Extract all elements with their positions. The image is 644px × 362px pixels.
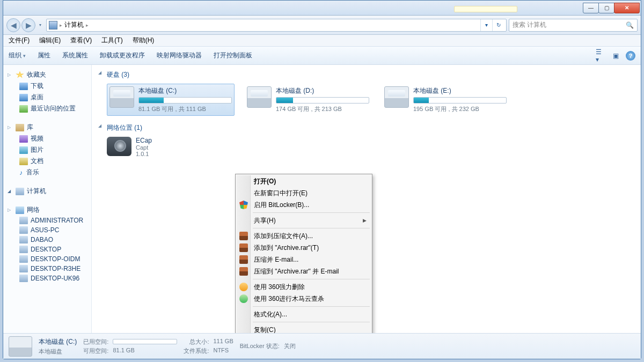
properties-button[interactable]: 属性 [38, 51, 50, 60]
tooltip-ghost [454, 6, 517, 12]
network-node[interactable]: DABAO [5, 235, 89, 245]
downloads-icon [19, 83, 28, 90]
sidebar-item-recent[interactable]: 最近访问的位置 [5, 103, 89, 114]
music-icon: ♪ [19, 169, 23, 176]
drive-e[interactable]: 本地磁盘 (E:) 195 GB 可用 , 共 232 GB [382, 84, 509, 116]
network-node[interactable]: ASUS-PC [5, 225, 89, 235]
category-network[interactable]: 网络位置 (1) [97, 121, 635, 135]
back-button[interactable]: ◀ [6, 18, 20, 32]
breadcrumb-sep: ▸ [60, 23, 62, 28]
recent-icon [19, 105, 28, 113]
drive-usage-text: 195 GB 可用 , 共 232 GB [413, 105, 507, 113]
history-dropdown[interactable]: ▾ [36, 18, 44, 32]
drive-c[interactable]: 本地磁盘 (C:) 81.1 GB 可用 , 共 111 GB [107, 84, 235, 116]
drive-icon [9, 336, 32, 357]
maximize-button[interactable]: ▢ [598, 3, 614, 13]
sidebar-item-videos[interactable]: 视频 [5, 133, 89, 144]
window-controls: — ▢ ✕ [583, 3, 640, 13]
menu-tools[interactable]: 工具(T) [101, 36, 122, 45]
drive-icon [384, 86, 409, 108]
navigation-bar: ◀ ▶ ▾ ▸ 计算机 ▸ ▾ ↻ 搜索 计算机 🔍 [3, 16, 641, 35]
drive-name: 本地磁盘 (C:) [138, 86, 232, 95]
ctx-copy[interactable]: 复制(C) [237, 324, 371, 333]
menu-help[interactable]: 帮助(H) [133, 36, 155, 45]
menu-edit[interactable]: 编辑(E) [39, 36, 61, 45]
ctx-separator [253, 212, 370, 213]
system-properties-button[interactable]: 系统属性 [62, 51, 88, 60]
ctx-compress-email[interactable]: 压缩并 E-mail... [237, 254, 371, 265]
help-icon[interactable]: ? [626, 51, 635, 61]
total-size-value: 111 GB [213, 338, 233, 346]
drive-usage-bar [413, 97, 507, 104]
menu-file[interactable]: 文件(F) [9, 36, 30, 45]
pc-icon [19, 236, 28, 243]
address-bar[interactable]: ▸ 计算机 ▸ ▾ ↻ [46, 19, 507, 32]
explorer-window: — ▢ ✕ ◀ ▶ ▾ ▸ 计算机 ▸ ▾ ↻ 搜索 计算机 🔍 文件(F) [3, 0, 641, 359]
ctx-360-delete[interactable]: 使用 360强力删除 [237, 281, 371, 293]
category-drives[interactable]: 硬盘 (3) [97, 68, 635, 82]
context-menu: 打开(O) 在新窗口中打开(E) 启用 BitLocker(B)... 共享(H… [235, 174, 372, 333]
sidebar-item-downloads[interactable]: 下载 [5, 80, 89, 92]
view-mode-icon[interactable]: ☰ ▾ [596, 51, 605, 61]
content-pane: 硬盘 (3) 本地磁盘 (C:) 81.1 GB 可用 , 共 111 GB 本… [92, 65, 641, 333]
favorites-header[interactable]: 收藏夹 [5, 69, 89, 80]
uninstall-button[interactable]: 卸载或更改程序 [100, 51, 145, 60]
netloc-sub: Capt [136, 144, 152, 151]
ctx-compress-email-rar[interactable]: 压缩到 "Archive.rar" 并 E-mail [237, 265, 371, 277]
network-node[interactable]: DESKTOP [5, 245, 89, 254]
network-node[interactable]: DESKTOP-R3HE [5, 264, 89, 274]
free-space-label: 可用空间: [83, 347, 108, 355]
breadcrumb-sep: ▸ [86, 23, 89, 28]
rar-icon [239, 232, 248, 240]
netloc-sub: 1.0.1 [136, 151, 152, 157]
network-node[interactable]: DESKTOP-UK96 [5, 274, 89, 283]
network-location-item[interactable]: ECap Capt 1.0.1 [97, 135, 635, 159]
sidebar-item-documents[interactable]: 文档 [5, 156, 89, 167]
organize-button[interactable]: 组织 [9, 51, 26, 60]
ctx-open-new-window[interactable]: 在新窗口中打开(E) [237, 187, 371, 199]
shield-icon [239, 201, 248, 209]
rar-icon [239, 267, 248, 276]
details-title: 本地磁盘 (C:) [39, 337, 77, 346]
forward-button[interactable]: ▶ [21, 18, 35, 32]
ctx-format[interactable]: 格式化(A)... [237, 308, 371, 320]
breadcrumb-computer[interactable]: 计算机 [64, 20, 84, 29]
sidebar-item-music[interactable]: ♪音乐 [5, 167, 89, 178]
network-node[interactable]: DESKTOP-OIDM [5, 254, 89, 264]
computer-header[interactable]: 计算机 [5, 186, 89, 197]
drive-d[interactable]: 本地磁盘 (D:) 174 GB 可用 , 共 213 GB [244, 84, 372, 116]
submenu-arrow-icon: ▶ [363, 218, 367, 223]
network-header[interactable]: 网络 [5, 204, 89, 216]
refresh-button[interactable]: ↻ [492, 19, 504, 31]
ctx-bitlocker[interactable]: 启用 BitLocker(B)... [237, 199, 371, 211]
drive-usage-text: 81.1 GB 可用 , 共 111 GB [138, 105, 232, 113]
map-drive-button[interactable]: 映射网络驱动器 [157, 51, 202, 60]
control-panel-button[interactable]: 打开控制面板 [214, 51, 252, 60]
address-dropdown[interactable]: ▾ [480, 19, 492, 31]
desktop-icon [19, 94, 28, 101]
ctx-add-archive[interactable]: 添加到压缩文件(A)... [237, 230, 371, 242]
nav-arrows: ◀ ▶ ▾ [6, 18, 44, 32]
pc-icon [19, 275, 28, 282]
used-space-bar [113, 339, 177, 344]
navigation-pane: 收藏夹 下载 桌面 最近访问的位置 库 视频 图片 文档 ♪音乐 计算机 网络 … [3, 65, 92, 333]
camera-icon [107, 137, 131, 156]
menu-view[interactable]: 查看(V) [70, 36, 92, 45]
close-button[interactable]: ✕ [614, 3, 640, 13]
rar-icon [239, 243, 248, 252]
drive-icon [109, 86, 134, 108]
ctx-share[interactable]: 共享(H)▶ [237, 215, 371, 226]
filesystem-value: NTFS [213, 347, 233, 355]
search-box[interactable]: 搜索 计算机 🔍 [509, 19, 638, 32]
ctx-360-scan[interactable]: 使用 360进行木马云查杀 [237, 293, 371, 305]
pc-icon [19, 246, 28, 253]
sidebar-item-desktop[interactable]: 桌面 [5, 92, 89, 103]
ctx-open[interactable]: 打开(O) [237, 175, 371, 187]
body: 收藏夹 下载 桌面 最近访问的位置 库 视频 图片 文档 ♪音乐 计算机 网络 … [3, 65, 641, 333]
libraries-header[interactable]: 库 [5, 122, 89, 133]
minimize-button[interactable]: — [583, 3, 599, 13]
sidebar-item-pictures[interactable]: 图片 [5, 144, 89, 156]
network-node[interactable]: ADMINISTRATOR [5, 216, 89, 225]
ctx-add-archive-rar[interactable]: 添加到 "Archive.rar"(T) [237, 242, 371, 254]
preview-pane-icon[interactable]: ▣ [611, 51, 620, 61]
